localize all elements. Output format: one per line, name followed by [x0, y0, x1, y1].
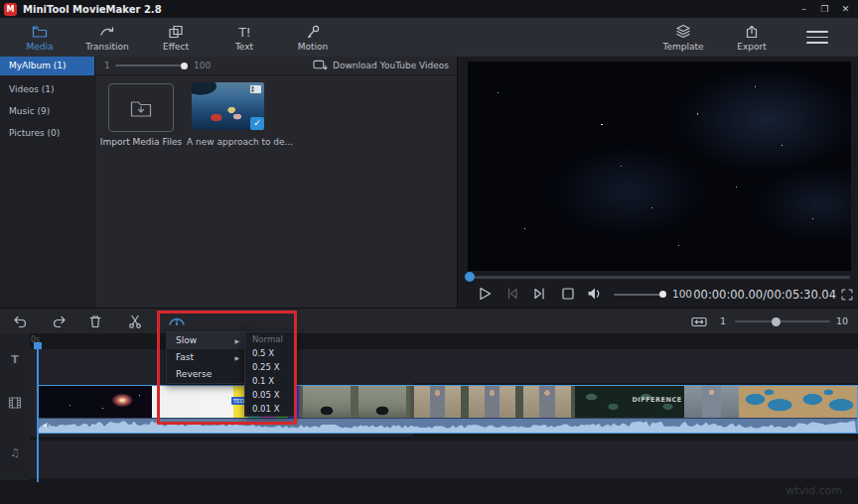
video-type-icon [250, 85, 261, 93]
motion-icon [305, 24, 321, 40]
window-title: MiniTool MovieMaker 2.8 [23, 4, 162, 15]
clip-frame [519, 386, 575, 418]
tab-effect[interactable]: Effect [144, 24, 208, 52]
stop-button[interactable] [559, 285, 577, 303]
sidebar-item-music[interactable]: Music (9) [0, 102, 94, 121]
transition-icon [99, 24, 115, 40]
sidebar-item-videos[interactable]: Videos (1) [0, 80, 94, 99]
tab-media[interactable]: Media [8, 24, 72, 52]
text-track[interactable] [30, 349, 858, 383]
delete-button[interactable] [87, 314, 103, 329]
speed-menu-item-reverse[interactable]: Reverse [167, 366, 245, 383]
music-track-icon: ♫ [0, 446, 30, 459]
app-window: M MiniTool MovieMaker 2.8 – ❐ ✕ Media Tr… [0, 0, 858, 504]
speed-option-0-05x[interactable]: 0.05 X [245, 388, 295, 402]
sidebar-item-myalbum[interactable]: MyAlbum (1) [0, 57, 94, 75]
fit-timeline-button[interactable] [691, 315, 707, 329]
timeline-clip[interactable]: TEDFellows DIFFERENCE [38, 385, 858, 434]
submenu-arrow-icon: ▶ [234, 349, 239, 366]
preview-panel: 100 00:00:00.00/00:05:30.04 [457, 57, 858, 308]
tab-label: Transition [75, 42, 139, 52]
main-toolbar: Media Transition Effect T! Text Motion T… [0, 18, 858, 57]
effect-icon [168, 24, 184, 40]
close-button[interactable]: ✕ [835, 0, 856, 18]
fullscreen-button[interactable] [840, 288, 854, 302]
menu-button[interactable] [806, 31, 828, 44]
clip-filmstrip: TEDFellows DIFFERENCE [39, 386, 857, 418]
speed-option-0-01x[interactable]: 0.01 X [245, 402, 295, 416]
music-track[interactable] [30, 441, 858, 478]
timeline-area: T ♫ 0s TEDFellows [0, 333, 858, 504]
slider-knob[interactable] [181, 63, 188, 69]
clip-frame [739, 386, 793, 418]
maximize-button[interactable]: ❐ [814, 0, 835, 18]
clip-frame: DIFFERENCE [630, 386, 684, 418]
timeline-zoom-handle[interactable] [772, 317, 781, 326]
play-button[interactable] [476, 285, 494, 303]
svg-text:T!: T! [238, 26, 251, 40]
tab-label: Template [651, 42, 715, 52]
thumb-zoom-min-label: 1 [104, 61, 110, 70]
playhead-line[interactable] [37, 342, 39, 482]
next-frame-button[interactable] [531, 285, 549, 303]
volume-icon[interactable] [586, 285, 604, 303]
timeline-toolbar: 1 10 [0, 308, 858, 333]
seek-handle[interactable] [465, 272, 475, 282]
tab-label: Text [213, 42, 276, 52]
tab-export[interactable]: Export [720, 24, 784, 52]
media-clip-caption: A new approach to de... [187, 137, 316, 147]
tab-text[interactable]: T! Text [213, 24, 276, 52]
difference-label: DIFFERENCE [630, 396, 684, 404]
speed-button[interactable] [167, 313, 187, 330]
video-track-icon [7, 395, 23, 411]
import-media-button[interactable] [108, 83, 174, 132]
media-clip-thumbnail[interactable]: ✓ [192, 82, 264, 130]
tab-template[interactable]: Template [651, 24, 715, 52]
export-icon [744, 24, 760, 40]
volume-handle[interactable] [659, 291, 666, 298]
sidebar-item-pictures[interactable]: Pictures (0) [0, 124, 94, 143]
clip-frame [299, 386, 355, 418]
speed-option-0-1x[interactable]: 0.1 X [245, 374, 295, 388]
template-layers-icon [675, 24, 691, 40]
tab-label: Motion [281, 42, 345, 52]
tab-label: Effect [144, 42, 208, 52]
previous-frame-button[interactable] [503, 285, 521, 303]
speed-option-normal[interactable]: Normal [245, 332, 295, 346]
submenu-arrow-icon: ▶ [234, 332, 239, 349]
media-panel-header: 1 100 Download YouTube Videos [95, 57, 457, 75]
tab-label: Media [8, 42, 72, 52]
split-scissors-button[interactable] [127, 314, 143, 329]
minimize-button[interactable]: – [793, 0, 814, 18]
app-logo-icon: M [4, 3, 17, 16]
undo-button[interactable] [12, 314, 28, 329]
clip-audio-icon [42, 421, 52, 431]
download-youtube-link[interactable]: Download YouTube Videos [313, 59, 449, 71]
seek-bar[interactable] [468, 276, 850, 279]
media-folder-icon [32, 24, 48, 40]
speed-menu-item-fast[interactable]: Fast▶ [167, 349, 245, 366]
speed-menu: Slow▶ Fast▶ Reverse [166, 331, 246, 384]
timeline-zoom-min: 1 [720, 315, 726, 326]
speed-option-0-25x[interactable]: 0.25 X [245, 360, 295, 374]
import-media-label: Import Media Files [95, 137, 187, 147]
volume-slider[interactable] [614, 294, 665, 296]
track-header-column: T ♫ [0, 333, 30, 480]
speed-option-0-5x[interactable]: 0.5 X [245, 346, 295, 360]
speed-submenu: Normal 0.5 X 0.25 X 0.1 X 0.05 X 0.01 X [244, 331, 296, 417]
clip-frame [465, 386, 519, 418]
clip-frame [793, 386, 857, 418]
download-youtube-label: Download YouTube Videos [333, 61, 449, 70]
clip-frame [90, 386, 152, 418]
video-preview[interactable] [468, 62, 851, 271]
tab-motion[interactable]: Motion [281, 24, 345, 52]
watermark-text: wtvid.com [786, 484, 842, 497]
tab-transition[interactable]: Transition [75, 24, 139, 52]
redo-button[interactable] [52, 314, 68, 329]
timeline-zoom-max: 10 [836, 315, 848, 326]
timeline-zoom-slider[interactable] [735, 320, 830, 322]
media-library-panel: 1 100 Download YouTube Videos Import Med… [95, 57, 457, 308]
clip-frame [575, 386, 630, 418]
speed-menu-item-slow[interactable]: Slow▶ [167, 332, 245, 349]
thumbnail-size-slider[interactable] [115, 64, 185, 66]
